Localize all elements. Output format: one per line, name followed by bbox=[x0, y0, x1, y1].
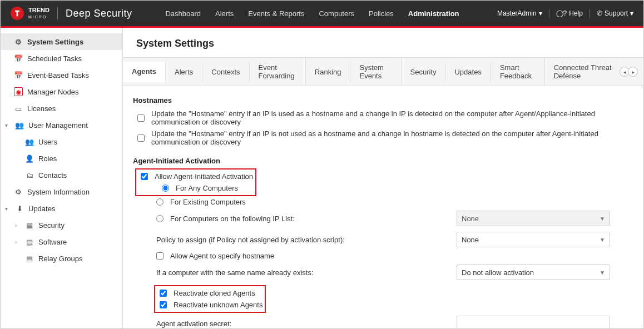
node-icon: ◉ bbox=[14, 87, 23, 96]
chevron-right-icon: › bbox=[15, 239, 21, 245]
aia-allow-checkbox[interactable] bbox=[141, 173, 148, 180]
secret-row: Agent activation secret: bbox=[133, 313, 633, 328]
sidebar-item-manager-nodes[interactable]: ◉Manager Nodes bbox=[1, 83, 122, 100]
policy-row: Policy to assign (if Policy not assigned… bbox=[133, 229, 633, 250]
gear-icon: ⚙ bbox=[14, 37, 23, 46]
caret-down-icon: ▾ bbox=[630, 9, 633, 17]
nav-policies[interactable]: Policies bbox=[369, 9, 394, 18]
samename-select[interactable]: Do not allow activation▼ bbox=[457, 265, 610, 280]
topbar-right: MasterAdmin ▾ ◯? Help ✆ Support ▾ bbox=[497, 9, 633, 18]
tab-event-forwarding[interactable]: Event Forwarding bbox=[250, 58, 306, 86]
react-unknown-checkbox[interactable] bbox=[160, 301, 167, 308]
sidebar-item-roles[interactable]: 👤Roles bbox=[1, 150, 122, 167]
react-cloned-row: Reactivate cloned Agents bbox=[157, 287, 262, 299]
nav-events[interactable]: Events & Reports bbox=[248, 9, 304, 18]
aia-r3-label: For Computers on the following IP List: bbox=[170, 215, 295, 223]
sidebar-item-scheduled-tasks[interactable]: 📅Scheduled Tasks bbox=[1, 50, 122, 67]
sidebar-item-relay-groups[interactable]: ▤Relay Groups bbox=[1, 250, 122, 267]
stack-icon: ▤ bbox=[25, 221, 34, 230]
tab-next-button[interactable]: ▸ bbox=[628, 67, 638, 77]
hostnames-opt1-checkbox[interactable] bbox=[137, 114, 145, 122]
brand-top: TREND bbox=[28, 7, 49, 13]
brand-text: TREND MICRO bbox=[28, 7, 49, 19]
aia-r2-label: For Existing Computers bbox=[170, 198, 246, 206]
tab-agents[interactable]: Agents bbox=[123, 62, 166, 82]
help-link[interactable]: ◯? Help bbox=[556, 9, 583, 17]
aia-radio-iplist[interactable] bbox=[156, 215, 164, 222]
users-icon: 👥 bbox=[15, 121, 24, 129]
samename-row: If a computer with the same name already… bbox=[133, 262, 633, 283]
content: System Settings Agents Alerts Contexts E… bbox=[123, 28, 643, 328]
brand-logo: TREND MICRO bbox=[11, 7, 49, 20]
secret-input[interactable] bbox=[457, 316, 610, 328]
tab-updates[interactable]: Updates bbox=[445, 62, 491, 82]
sidebar-group-user-mgmt[interactable]: ▾👥User Management bbox=[1, 117, 122, 133]
page-title: System Settings bbox=[123, 28, 643, 57]
allow-hostname-label: Allow Agent to specify hostname bbox=[170, 252, 274, 260]
aia-radio-existing[interactable] bbox=[156, 198, 164, 206]
tab-alerts[interactable]: Alerts bbox=[166, 62, 202, 82]
hostnames-opt2-row: Update the "Hostname" entry if an IP is … bbox=[133, 128, 633, 148]
divider bbox=[589, 9, 590, 18]
react-unknown-label: Reactivate unknown Agents bbox=[174, 301, 262, 309]
sidebar-item-system-settings[interactable]: ⚙System Settings bbox=[1, 33, 122, 50]
tab-system-events[interactable]: System Events bbox=[350, 58, 401, 86]
policy-select[interactable]: None▼ bbox=[457, 232, 610, 247]
sidebar-item-system-info[interactable]: ⚙System Information bbox=[1, 183, 122, 200]
sidebar-item-contacts[interactable]: 🗂Contacts bbox=[1, 167, 122, 183]
nav-alerts[interactable]: Alerts bbox=[215, 9, 234, 18]
contact-icon: 🗂 bbox=[25, 171, 34, 180]
tab-security[interactable]: Security bbox=[402, 62, 446, 82]
sidebar-item-event-tasks[interactable]: 📅Event-Based Tasks bbox=[1, 67, 122, 83]
users-icon: 👥 bbox=[25, 137, 34, 146]
sidebar: ⚙System Settings 📅Scheduled Tasks 📅Event… bbox=[1, 28, 123, 328]
samename-label: If a computer with the same name already… bbox=[156, 268, 457, 277]
user-menu[interactable]: MasterAdmin ▾ bbox=[497, 9, 542, 17]
gear-icon: ⚙ bbox=[14, 187, 23, 196]
tab-scroll: ◂ ▸ bbox=[621, 67, 643, 77]
aia-r1-label: For Any Computers bbox=[176, 184, 238, 192]
highlight-allow-aia: Allow Agent-Initiated Activation For Any… bbox=[135, 168, 256, 196]
highlight-reactivate: Reactivate cloned Agents Reactivate unkn… bbox=[154, 285, 266, 313]
hostnames-opt2-label: Update the "Hostname" entry if an IP is … bbox=[151, 129, 633, 146]
caret-down-icon: ▾ bbox=[539, 9, 542, 17]
stack-icon: ▤ bbox=[25, 254, 34, 263]
sidebar-item-licenses[interactable]: ▭Licenses bbox=[1, 100, 122, 117]
tab-connected-threat[interactable]: Connected Threat Defense bbox=[545, 58, 621, 86]
tab-ranking[interactable]: Ranking bbox=[306, 62, 351, 82]
tab-contexts[interactable]: Contexts bbox=[202, 62, 249, 82]
nav-computers[interactable]: Computers bbox=[319, 9, 354, 18]
roles-icon: 👤 bbox=[25, 154, 34, 163]
allow-hostname-checkbox[interactable] bbox=[156, 252, 164, 260]
main-nav: Dashboard Alerts Events & Reports Comput… bbox=[165, 9, 459, 18]
iplist-select[interactable]: None▼ bbox=[457, 211, 610, 226]
secret-label: Agent activation secret: bbox=[156, 320, 457, 328]
sidebar-item-security[interactable]: ›▤Security bbox=[1, 217, 122, 233]
aia-radio-any[interactable] bbox=[162, 185, 169, 192]
topbar: TREND MICRO Deep Security Dashboard Aler… bbox=[1, 1, 643, 26]
sidebar-item-software[interactable]: ›▤Software bbox=[1, 233, 122, 250]
divider bbox=[57, 7, 58, 19]
trend-logo-icon bbox=[11, 7, 24, 20]
support-link[interactable]: ✆ Support ▾ bbox=[597, 9, 633, 17]
chevron-down-icon: ▾ bbox=[5, 206, 11, 212]
caret-down-icon: ▼ bbox=[600, 216, 605, 222]
stack-icon: ▤ bbox=[25, 237, 34, 246]
nav-dashboard[interactable]: Dashboard bbox=[165, 9, 201, 18]
hostnames-opt1-label: Update the "Hostname" entry if an IP is … bbox=[151, 109, 633, 126]
allow-hostname-row: Allow Agent to specify hostname bbox=[133, 250, 633, 262]
caret-down-icon: ▼ bbox=[600, 237, 605, 243]
policy-label: Policy to assign (if Policy not assigned… bbox=[156, 236, 457, 244]
react-cloned-label: Reactivate cloned Agents bbox=[174, 289, 255, 297]
sidebar-item-users[interactable]: 👥Users bbox=[1, 133, 122, 150]
hostnames-opt2-checkbox[interactable] bbox=[137, 134, 145, 142]
react-unknown-row: Reactivate unknown Agents bbox=[157, 299, 262, 311]
sidebar-group-updates[interactable]: ▾⬇Updates bbox=[1, 200, 122, 217]
react-cloned-checkbox[interactable] bbox=[160, 290, 167, 297]
hostnames-opt1-row: Update the "Hostname" entry if an IP is … bbox=[133, 108, 633, 128]
aia-r1-row: For Any Computers bbox=[138, 182, 253, 194]
tab-smart-feedback[interactable]: Smart Feedback bbox=[491, 58, 545, 86]
section-hostnames-title: Hostnames bbox=[133, 96, 633, 104]
calendar-icon: 📅 bbox=[14, 71, 23, 79]
nav-administration[interactable]: Administration bbox=[408, 9, 459, 18]
